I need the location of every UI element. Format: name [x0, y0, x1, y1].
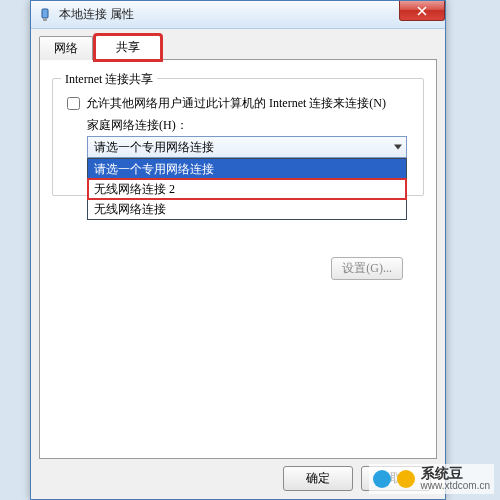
allow-sharing-checkbox[interactable]	[67, 97, 80, 110]
tab-network[interactable]: 网络	[39, 36, 93, 60]
close-button[interactable]	[399, 1, 445, 21]
home-connection-label: 家庭网络连接(H)：	[87, 117, 413, 134]
logo-dot-yellow-icon	[397, 470, 415, 488]
group-ics: Internet 连接共享 允许其他网络用户通过此计算机的 Internet 连…	[52, 78, 424, 196]
dropdown-selected-text: 请选一个专用网络连接	[94, 139, 214, 156]
client-area: 网络 共享 Internet 连接共享 允许其他网络用户通过此计算机的 Inte…	[31, 29, 445, 467]
chevron-down-icon	[394, 145, 402, 150]
watermark-text-wrap: 系统豆 www.xtdcom.cn	[421, 466, 490, 492]
watermark-brand: 系统豆	[421, 466, 490, 480]
logo-dot-blue-icon	[373, 470, 391, 488]
svg-rect-0	[42, 9, 48, 18]
properties-dialog: 本地连接 属性 网络 共享 Internet 连接共享 允许其他网络用户通过此计…	[30, 0, 446, 500]
tab-sharing[interactable]: 共享	[95, 35, 161, 60]
watermark: 系统豆 www.xtdcom.cn	[369, 464, 494, 494]
allow-sharing-row: 允许其他网络用户通过此计算机的 Internet 连接来连接(N)	[67, 95, 413, 111]
dropdown-list: 请选一个专用网络连接 无线网络连接 2 无线网络连接	[87, 158, 407, 220]
dropdown-option[interactable]: 无线网络连接	[88, 199, 406, 219]
window-title: 本地连接 属性	[59, 6, 134, 23]
group-legend: Internet 连接共享	[61, 71, 157, 88]
home-connection-dropdown-wrap: 请选一个专用网络连接 请选一个专用网络连接 无线网络连接 2 无线网络连接	[87, 136, 407, 158]
titlebar[interactable]: 本地连接 属性	[31, 1, 445, 29]
network-adapter-icon	[37, 7, 53, 23]
dropdown-option[interactable]: 请选一个专用网络连接	[88, 159, 406, 179]
dropdown-option[interactable]: 无线网络连接 2	[88, 179, 406, 199]
ok-button[interactable]: 确定	[283, 466, 353, 491]
allow-sharing-label: 允许其他网络用户通过此计算机的 Internet 连接来连接(N)	[86, 95, 386, 111]
watermark-url: www.xtdcom.cn	[421, 480, 490, 492]
svg-rect-1	[43, 18, 47, 21]
home-connection-dropdown[interactable]: 请选一个专用网络连接	[87, 136, 407, 158]
settings-button[interactable]: 设置(G)...	[331, 257, 403, 280]
tab-strip: 网络 共享	[39, 35, 437, 59]
tab-page-sharing: Internet 连接共享 允许其他网络用户通过此计算机的 Internet 连…	[39, 59, 437, 459]
